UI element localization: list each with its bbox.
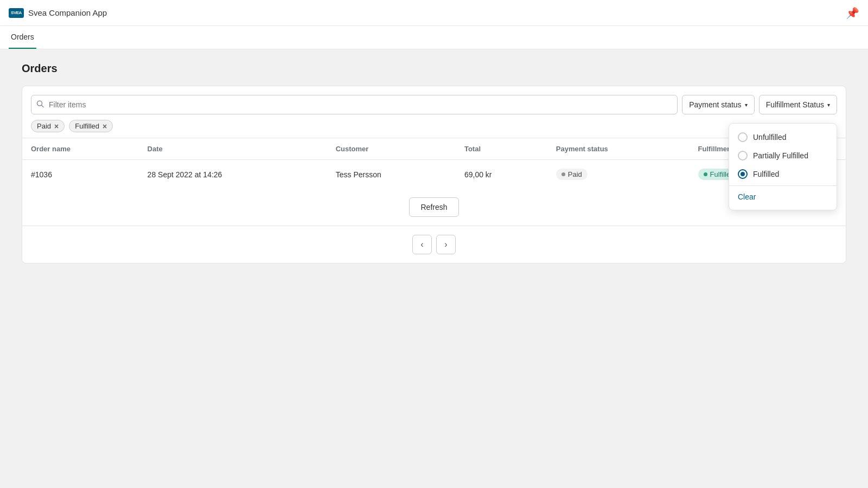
chevron-right-icon: ›: [444, 240, 447, 249]
app-title: Svea Companion App: [28, 8, 107, 17]
tab-orders[interactable]: Orders: [9, 26, 36, 49]
dropdown-option-partially-fulfilled[interactable]: Partially Fulfilled: [729, 146, 837, 165]
nav-tabs: Orders: [0, 26, 868, 49]
chip-fulfilled-label: Fulfilled: [75, 122, 99, 130]
payment-status-badge: Paid: [556, 169, 588, 180]
radio-unfulfilled: [738, 132, 748, 142]
table-body: #1036 28 Sept 2022 at 14:26 Tess Persson…: [22, 160, 846, 189]
search-input[interactable]: [31, 95, 678, 114]
col-customer: Customer: [327, 138, 456, 160]
page-content: Orders Payment status ▾ Fulfillment St: [0, 49, 868, 277]
table-header: Order name Date Customer Total Payment s: [22, 138, 846, 160]
chevron-down-icon: ▾: [827, 102, 830, 108]
radio-fulfilled: [738, 169, 748, 179]
payment-status-filter-button[interactable]: Payment status ▾: [682, 95, 755, 114]
badge-dot: [704, 172, 707, 176]
remove-paid-chip[interactable]: ×: [54, 123, 59, 130]
chip-paid-label: Paid: [37, 122, 51, 130]
chevron-left-icon: ‹: [420, 240, 423, 249]
table-row[interactable]: #1036 28 Sept 2022 at 14:26 Tess Persson…: [22, 160, 846, 189]
cell-order-name: #1036: [22, 160, 139, 189]
refresh-row: Refresh: [22, 189, 846, 226]
orders-table-container: Order name Date Customer Total Payment s: [22, 138, 846, 189]
active-filter-chips: Paid × Fulfilled ×: [22, 114, 846, 138]
prev-page-button[interactable]: ‹: [412, 235, 432, 254]
badge-dot: [561, 172, 565, 176]
dropdown-option-unfulfilled[interactable]: Unfulfilled: [729, 128, 837, 146]
page-title: Orders: [22, 62, 846, 75]
pagination-row: ‹ ›: [22, 226, 846, 263]
topbar: SVEA Svea Companion App 📌: [0, 0, 868, 26]
next-page-button[interactable]: ›: [436, 235, 456, 254]
orders-card: Payment status ▾ Fulfillment Status ▾ Un…: [22, 86, 846, 264]
fulfillment-status-filter-wrap: Fulfillment Status ▾ Unfulfilled Partial…: [759, 95, 837, 114]
col-date: Date: [139, 138, 327, 160]
pin-icon[interactable]: 📌: [846, 7, 859, 20]
search-icon: [36, 100, 44, 110]
cell-customer: Tess Persson: [327, 160, 456, 189]
col-order-name: Order name: [22, 138, 139, 160]
cell-total: 69,00 kr: [456, 160, 547, 189]
dropdown-divider: [729, 185, 837, 186]
dropdown-option-fulfilled[interactable]: Fulfilled: [729, 165, 837, 183]
chevron-down-icon: ▾: [745, 102, 748, 108]
col-total: Total: [456, 138, 547, 160]
cell-date: 28 Sept 2022 at 14:26: [139, 160, 327, 189]
radio-partially-fulfilled: [738, 151, 748, 160]
chip-fulfilled: Fulfilled ×: [69, 120, 113, 132]
fulfillment-status-filter-button[interactable]: Fulfillment Status ▾: [759, 95, 837, 114]
logo-icon: SVEA: [9, 8, 24, 18]
fulfillment-dropdown: Unfulfilled Partially Fulfilled Fulfille…: [729, 123, 837, 210]
app-logo: SVEA Svea Companion App: [9, 8, 107, 18]
col-payment-status: Payment status: [547, 138, 690, 160]
search-container: [31, 95, 678, 114]
orders-table: Order name Date Customer Total Payment s: [22, 138, 846, 189]
filter-bar: Payment status ▾ Fulfillment Status ▾ Un…: [22, 86, 846, 114]
clear-filter-button[interactable]: Clear: [729, 188, 837, 206]
chip-paid: Paid ×: [31, 120, 65, 132]
svg-line-1: [42, 105, 44, 107]
refresh-button[interactable]: Refresh: [409, 197, 458, 217]
remove-fulfilled-chip[interactable]: ×: [103, 123, 107, 130]
cell-payment-status: Paid: [547, 160, 690, 189]
